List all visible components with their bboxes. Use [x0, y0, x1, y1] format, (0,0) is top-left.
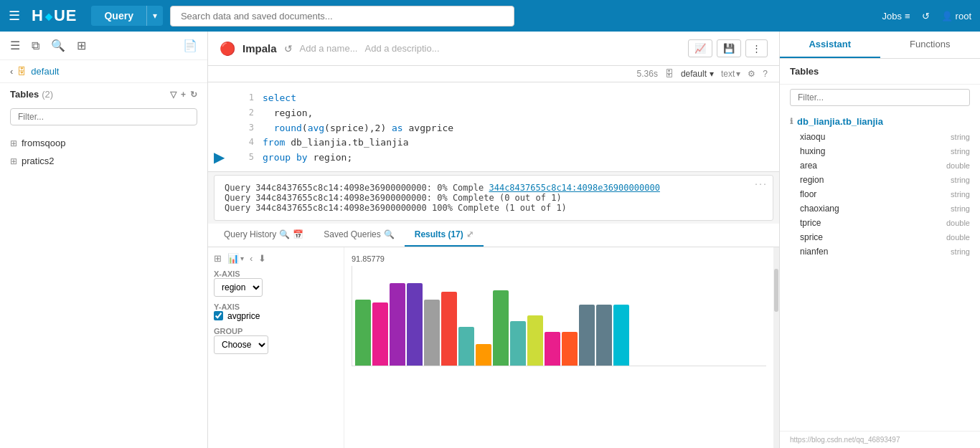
- table-list: ⊞fromsqoop⊞pratics2: [0, 131, 207, 173]
- chart-bar[interactable]: [355, 300, 371, 366]
- group-select[interactable]: Choose: [214, 335, 268, 354]
- top-nav: ☰ H⬥UE Query ▾ Jobs ≡ ↺ 👤 root: [0, 0, 980, 32]
- tab-query-history[interactable]: Query History 🔍 📅: [214, 224, 314, 247]
- search-meta-icon[interactable]: 🔍: [48, 37, 68, 54]
- field-name: sprice: [800, 232, 823, 242]
- file-icon[interactable]: 📄: [180, 37, 200, 54]
- refresh-icon[interactable]: ↻: [190, 90, 197, 100]
- duplicate-icon[interactable]: ⧉: [29, 38, 42, 54]
- content-area: 🔴 Impala ↺ Add a name... Add a descripti…: [208, 32, 779, 448]
- chart-bar[interactable]: [476, 344, 491, 366]
- query-dropdown-button[interactable]: ▾: [147, 6, 163, 25]
- query-link[interactable]: 344c8437655c8c14:4098e36900000000: [489, 183, 659, 193]
- chart-bar[interactable]: [527, 315, 543, 366]
- add-table-icon[interactable]: +: [181, 90, 186, 100]
- download-icon[interactable]: ⬇: [258, 253, 266, 264]
- db-tree: ℹ db_lianjia.tb_lianjia xiaoqustringhuxi…: [780, 110, 980, 262]
- field-row: spricedouble: [780, 230, 980, 244]
- scroll-thumb[interactable]: [774, 269, 778, 312]
- global-search-input[interactable]: [170, 6, 514, 27]
- chart-controls: ⊞ 📊▾ ‹ ⬇ X-AXIS region Y-AXIS avgprice: [208, 247, 344, 448]
- field-name: nianfen: [800, 247, 828, 257]
- toolbar-db-name: default: [681, 69, 707, 79]
- chart-bar[interactable]: [458, 327, 474, 366]
- back-arrow-icon[interactable]: ‹: [10, 66, 13, 77]
- tab-saved-queries[interactable]: Saved Queries 🔍: [314, 224, 404, 247]
- toolbar-db-selector[interactable]: default ▾: [681, 69, 714, 79]
- code-line: 3 round(avg(sprice),2) as avgprice: [234, 121, 779, 136]
- document-title[interactable]: Add a name...: [300, 43, 358, 54]
- chart-bar[interactable]: [545, 332, 560, 366]
- field-type: string: [951, 204, 970, 213]
- results-label: Results (17): [415, 229, 463, 239]
- field-name: area: [800, 161, 817, 171]
- chart-bar[interactable]: [390, 283, 405, 366]
- chart-view-icon[interactable]: 📊▾: [227, 253, 244, 264]
- undo-button[interactable]: ↺: [284, 43, 293, 54]
- tables-filter-input[interactable]: [790, 89, 970, 106]
- query-button[interactable]: Query: [91, 6, 146, 26]
- app-logo: H⬥UE: [32, 6, 77, 25]
- collapse-icon[interactable]: ‹: [250, 253, 253, 264]
- jobs-button[interactable]: Jobs ≡: [882, 11, 910, 22]
- chart-bar[interactable]: [596, 305, 612, 366]
- top-nav-right: Jobs ≡ ↺ 👤 root: [882, 11, 971, 22]
- field-row: areadouble: [780, 158, 980, 173]
- run-query-button[interactable]: ▶: [214, 148, 225, 166]
- field-row: xiaoqustring: [780, 130, 980, 144]
- output-more-btn[interactable]: ...: [754, 178, 767, 186]
- table-filter-input[interactable]: [10, 108, 197, 125]
- x-axis-control: X-AXIS region: [214, 270, 263, 297]
- chart-bar[interactable]: [424, 300, 440, 366]
- username: root: [956, 11, 971, 22]
- filter-icon[interactable]: ▽: [170, 90, 176, 100]
- table-name: pratics2: [22, 156, 55, 166]
- chart-bar[interactable]: [493, 290, 509, 366]
- help-icon[interactable]: ?: [763, 69, 768, 79]
- query-engine-name: Impala: [242, 42, 277, 54]
- tab-functions[interactable]: Functions: [880, 32, 981, 58]
- history-calendar-icon: 📅: [293, 229, 303, 239]
- more-options-button[interactable]: ⋮: [745, 39, 768, 57]
- chart-bar[interactable]: [579, 305, 595, 366]
- user-icon: 👤: [941, 11, 953, 22]
- tab-results[interactable]: Results (17) ⤢: [405, 224, 484, 247]
- settings-icon[interactable]: ⚙: [748, 69, 755, 79]
- grid-view-icon[interactable]: ⊞: [214, 253, 222, 264]
- right-panel-tables-title: Tables: [780, 59, 980, 85]
- chart-button[interactable]: 📈: [688, 39, 712, 57]
- save-button[interactable]: 💾: [717, 39, 741, 57]
- toolbar-format[interactable]: text ▾: [721, 69, 740, 79]
- output-line-1: Query 344c8437655c8c14:4098e36900000000:…: [225, 183, 763, 193]
- line-number: 1: [240, 91, 254, 105]
- user-profile[interactable]: 👤 root: [941, 11, 971, 22]
- code-text: from db_lianjia.tb_lianjia: [263, 135, 409, 151]
- hamburger-icon[interactable]: ☰: [9, 8, 20, 24]
- new-doc-icon[interactable]: ☰: [7, 37, 23, 54]
- impala-logo-icon: 🔴: [220, 41, 235, 57]
- tab-assistant[interactable]: Assistant: [780, 32, 880, 58]
- line-number: 5: [240, 151, 254, 164]
- chart-bar[interactable]: [372, 302, 388, 366]
- table-icon: ⊞: [10, 138, 17, 148]
- chart-bar[interactable]: [613, 305, 629, 366]
- expand-icon[interactable]: ⤢: [466, 229, 473, 239]
- grid-icon[interactable]: ⊞: [74, 37, 89, 54]
- document-description[interactable]: Add a descriptio...: [364, 43, 439, 54]
- chart-bar[interactable]: [510, 321, 526, 366]
- line-number: 2: [240, 106, 254, 120]
- code-line: 1select: [234, 91, 779, 106]
- chart-bar[interactable]: [562, 332, 578, 366]
- results-content: ⊞ 📊▾ ‹ ⬇ X-AXIS region Y-AXIS avgprice: [208, 247, 779, 448]
- chart-bar[interactable]: [441, 292, 457, 366]
- table-list-item[interactable]: ⊞fromsqoop: [0, 134, 207, 152]
- x-axis-select[interactable]: region: [214, 278, 263, 297]
- db-tree-entry[interactable]: ℹ db_lianjia.tb_lianjia: [780, 113, 980, 130]
- field-type: string: [951, 133, 970, 141]
- y-axis-checkbox[interactable]: [214, 311, 223, 320]
- code-editor[interactable]: ▶ 1select2 region,3 round(avg(sprice),2)…: [208, 82, 779, 172]
- chart-bar[interactable]: [407, 283, 423, 366]
- history-icon[interactable]: ↺: [922, 11, 930, 22]
- vertical-scrollbar[interactable]: [773, 247, 779, 448]
- table-list-item[interactable]: ⊞pratics2: [0, 152, 207, 170]
